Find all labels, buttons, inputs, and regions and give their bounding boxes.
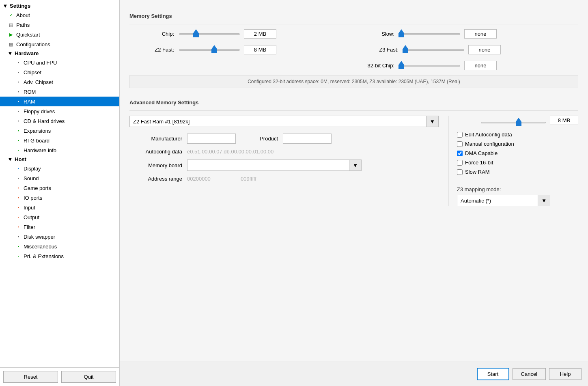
sidebar-item-hardware-info[interactable]: ▪ Hardware info xyxy=(0,145,119,155)
help-button[interactable]: Help xyxy=(549,368,582,380)
floppy-icon: ▪ xyxy=(15,108,22,115)
slow-slider-thumb[interactable] xyxy=(398,29,404,37)
sidebar-item-paths[interactable]: ▤ Paths xyxy=(0,20,119,30)
sidebar-group-label-hardware: Hardware xyxy=(15,50,39,56)
manual-config-label: Manual configuration xyxy=(465,141,514,147)
cancel-button[interactable]: Cancel xyxy=(513,368,546,380)
sidebar-item-pri-extensions[interactable]: ▪ Pri. & Extensions xyxy=(0,251,119,261)
reset-button[interactable]: Reset xyxy=(3,371,58,383)
output-icon: ▪ xyxy=(15,213,22,221)
z3fast-value[interactable]: none xyxy=(468,45,501,54)
z3fast-label: Z3 Fast: xyxy=(370,47,398,53)
sidebar-item-rtg[interactable]: ▪ RTG board xyxy=(0,136,119,145)
sidebar-item-game-ports[interactable]: ▪ Game ports xyxy=(0,183,119,193)
paths-icon: ▤ xyxy=(7,21,15,28)
sidebar-item-label-filter: Filter xyxy=(24,224,35,230)
svg-marker-2 xyxy=(211,45,217,53)
sidebar-item-label-ram: RAM xyxy=(24,99,35,105)
chip-label: Chip: xyxy=(146,31,174,37)
sidebar-group-label-host: Host xyxy=(15,156,26,162)
start-button[interactable]: Start xyxy=(477,368,509,380)
memory-board-arrow[interactable]: ▼ xyxy=(349,160,362,171)
address-end: 009fffff xyxy=(241,176,289,182)
sidebar-item-label-pri-extensions: Pri. & Extensions xyxy=(24,253,64,259)
bit32-label: 32-bit Chip: xyxy=(362,63,394,69)
force16-checkbox[interactable] xyxy=(457,160,463,166)
chip-slider[interactable] xyxy=(179,33,240,35)
chip-slider-thumb[interactable] xyxy=(193,29,199,37)
sidebar-item-configurations[interactable]: ▤ Configurations xyxy=(0,39,119,49)
sidebar-item-disk-swapper[interactable]: ▪ Disk swapper xyxy=(0,232,119,242)
sidebar-group-hardware[interactable]: ▼ Hardware xyxy=(0,49,119,58)
z2fast-slider[interactable] xyxy=(179,49,240,51)
sidebar-item-label-miscellaneous: Miscellaneous xyxy=(24,244,57,250)
sidebar-item-cd-hard[interactable]: ▪ CD & Hard drives xyxy=(0,116,119,126)
memory-settings-title: Memory Settings xyxy=(129,13,578,19)
chip-value[interactable]: 2 MB xyxy=(244,29,276,39)
sidebar-item-expansions[interactable]: ▪ Expansions xyxy=(0,126,119,136)
sidebar-item-output[interactable]: ▪ Output xyxy=(0,212,119,222)
adv-slider[interactable] xyxy=(481,118,546,123)
sidebar-item-about[interactable]: ✓ About xyxy=(0,10,119,20)
game-ports-icon: ▪ xyxy=(15,184,22,192)
quit-button[interactable]: Quit xyxy=(61,371,116,383)
edit-autoconfig-row: Edit Autoconfig data xyxy=(457,132,578,138)
sidebar-item-label-cpu-fpu: CPU and FPU xyxy=(24,60,57,66)
manufacturer-input[interactable] xyxy=(187,134,236,144)
z2fast-label: Z2 Fast: xyxy=(146,47,174,53)
force16-label: Force 16-bit xyxy=(465,160,493,166)
sidebar-item-chipset[interactable]: ▪ Chipset xyxy=(0,67,119,77)
svg-marker-1 xyxy=(398,29,404,37)
edit-autoconfig-checkbox[interactable] xyxy=(457,132,463,138)
slow-slider[interactable] xyxy=(399,33,460,35)
sidebar-item-sound[interactable]: ▪ Sound xyxy=(0,173,119,183)
sidebar-item-display[interactable]: ▪ Display xyxy=(0,164,119,173)
display-icon: ▪ xyxy=(15,165,22,172)
sidebar-item-ram[interactable]: ▪ RAM xyxy=(0,97,119,106)
sidebar-item-miscellaneous[interactable]: ▪ Miscellaneous xyxy=(0,242,119,251)
sidebar-item-label-input: Input xyxy=(24,205,35,211)
dma-capable-row: DMA Capable xyxy=(457,150,578,156)
dma-capable-checkbox[interactable] xyxy=(457,151,463,156)
sidebar-item-cpu-fpu[interactable]: ▪ CPU and FPU xyxy=(0,58,119,67)
sidebar-item-input[interactable]: ▪ Input xyxy=(0,203,119,212)
memory-board-dropdown[interactable] xyxy=(187,160,349,171)
sidebar-item-label-io-ports: IO ports xyxy=(24,195,42,201)
dma-capable-label: DMA Capable xyxy=(465,150,498,156)
slow-ram-checkbox[interactable] xyxy=(457,169,463,175)
sidebar-item-rom[interactable]: ▪ ROM xyxy=(0,87,119,97)
z2fast-slider-thumb[interactable] xyxy=(211,45,217,53)
bit32-value[interactable]: none xyxy=(464,61,497,70)
z3-mapping-arrow[interactable]: ▼ xyxy=(538,195,550,206)
sidebar-root-settings[interactable]: ▼ Settings xyxy=(0,2,119,10)
configurations-icon: ▤ xyxy=(7,41,15,48)
product-input[interactable] xyxy=(283,134,332,144)
manual-config-checkbox[interactable] xyxy=(457,141,463,147)
sidebar-item-label-rom: ROM xyxy=(24,89,36,95)
adv-slider-thumb[interactable] xyxy=(516,118,521,126)
z3fast-slider[interactable] xyxy=(403,49,464,51)
sidebar-item-floppy[interactable]: ▪ Floppy drives xyxy=(0,106,119,116)
z2-fast-ram-dropdown[interactable]: Z2 Fast Ram #1 [8192k] xyxy=(129,116,426,127)
z3fast-slider-thumb[interactable] xyxy=(403,45,408,53)
disk-swapper-icon: ▪ xyxy=(15,233,22,240)
sidebar-item-adv-chipset[interactable]: ▪ Adv. Chipset xyxy=(0,77,119,87)
z3-mapping-section: Z3 mapping mode: Automatic (*) UAE Real … xyxy=(457,186,578,206)
memory-board-label: Memory board xyxy=(129,162,182,168)
slow-value[interactable]: none xyxy=(464,29,497,39)
sidebar-item-quickstart[interactable]: ▶ Quickstart xyxy=(0,30,119,39)
svg-marker-0 xyxy=(193,29,199,37)
sidebar-item-label-game-ports: Game ports xyxy=(24,185,51,191)
sidebar-item-filter[interactable]: ▪ Filter xyxy=(0,222,119,232)
manual-config-row: Manual configuration xyxy=(457,141,578,147)
z3-mapping-dropdown[interactable]: Automatic (*) UAE Real xyxy=(457,195,538,206)
sidebar-item-label-floppy: Floppy drives xyxy=(24,108,55,114)
adv-slider-value[interactable]: 8 MB xyxy=(550,116,578,125)
dropdown-arrow-button[interactable]: ▼ xyxy=(426,116,439,127)
bit32-slider-thumb[interactable] xyxy=(398,61,404,69)
sidebar-group-host[interactable]: ▼ Host xyxy=(0,155,119,164)
svg-marker-3 xyxy=(403,45,408,53)
sidebar-item-io-ports[interactable]: ▪ IO ports xyxy=(0,193,119,203)
z2fast-value[interactable]: 8 MB xyxy=(244,45,276,54)
bit32-slider[interactable] xyxy=(399,65,460,67)
